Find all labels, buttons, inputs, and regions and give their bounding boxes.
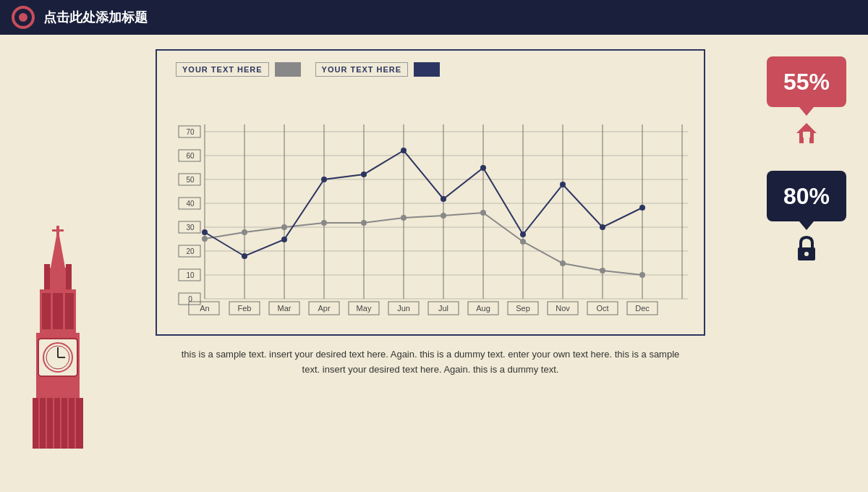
center-content: YOUR TEXT HERE YOUR TEXT HERE 0 10 20 30… [116, 35, 745, 492]
legend-item-2: YOUR TEXT HERE [315, 62, 441, 77]
line-chart: 0 10 20 30 40 50 60 70 [169, 88, 695, 320]
svg-point-107 [520, 232, 526, 237]
logo-icon [12, 6, 35, 29]
legend-item-1: YOUR TEXT HERE [176, 62, 301, 77]
svg-text:An: An [200, 304, 209, 313]
stat-box-2: 80% [767, 171, 846, 221]
svg-point-110 [639, 205, 645, 211]
svg-rect-20 [47, 268, 69, 289]
home-icon [793, 120, 820, 149]
header: 点击此处添加标题 [0, 0, 868, 35]
svg-point-1 [19, 13, 27, 22]
svg-text:Feb: Feb [238, 304, 252, 313]
svg-rect-25 [52, 229, 64, 232]
svg-text:10: 10 [186, 271, 195, 279]
svg-rect-112 [803, 132, 810, 137]
chart-legend: YOUR TEXT HERE YOUR TEXT HERE [169, 62, 692, 77]
svg-point-95 [520, 239, 526, 245]
series1-line [205, 213, 642, 275]
svg-point-105 [441, 196, 446, 202]
stat-badge-2: 80% [763, 171, 850, 268]
svg-point-96 [560, 260, 566, 266]
stat-pointer-2 [799, 221, 814, 230]
svg-rect-7 [61, 398, 67, 449]
svg-point-97 [600, 268, 605, 273]
svg-text:Aug: Aug [476, 304, 490, 313]
stat-badge-1: 55% [763, 56, 850, 149]
svg-text:Nov: Nov [556, 304, 570, 313]
svg-rect-18 [53, 293, 63, 329]
svg-point-101 [281, 237, 287, 242]
svg-text:70: 70 [186, 128, 195, 136]
svg-point-90 [321, 220, 327, 226]
legend-color-1 [275, 62, 301, 77]
stat-value-1: 55% [783, 69, 830, 96]
svg-text:Dec: Dec [635, 304, 650, 313]
svg-rect-8 [69, 398, 75, 449]
svg-point-104 [401, 148, 407, 153]
svg-text:Sep: Sep [516, 304, 530, 313]
svg-rect-9 [76, 398, 83, 449]
svg-rect-19 [65, 293, 74, 329]
svg-text:30: 30 [186, 224, 195, 232]
svg-point-98 [639, 272, 645, 278]
svg-text:Jul: Jul [438, 304, 448, 313]
svg-point-103 [361, 171, 367, 177]
svg-rect-6 [54, 398, 60, 449]
legend-color-2 [414, 62, 440, 77]
svg-point-102 [321, 177, 327, 182]
svg-text:60: 60 [186, 152, 195, 160]
svg-text:50: 50 [186, 176, 195, 184]
bigben-icon [18, 224, 98, 449]
svg-text:Jun: Jun [397, 304, 410, 313]
stat-pointer-1 [799, 107, 814, 116]
svg-point-93 [441, 213, 446, 219]
svg-point-100 [242, 253, 247, 259]
svg-text:Apr: Apr [318, 304, 330, 313]
svg-rect-5 [47, 398, 53, 449]
svg-point-108 [560, 182, 566, 187]
svg-text:40: 40 [186, 200, 195, 208]
svg-text:Oct: Oct [596, 304, 608, 313]
svg-point-87 [202, 236, 208, 242]
right-stats: 55% 80% [745, 35, 868, 492]
left-decoration [0, 35, 116, 492]
svg-rect-21 [44, 264, 50, 289]
svg-point-94 [480, 210, 486, 216]
svg-text:20: 20 [186, 247, 195, 255]
svg-point-99 [202, 229, 208, 235]
legend-label-2: YOUR TEXT HERE [315, 62, 409, 77]
svg-rect-17 [42, 293, 51, 329]
description-text: this is a sample text. insert your desir… [177, 347, 684, 378]
svg-point-88 [242, 229, 247, 235]
svg-text:May: May [357, 304, 372, 313]
svg-rect-3 [33, 398, 38, 449]
svg-point-89 [281, 224, 287, 230]
stat-value-2: 80% [783, 183, 830, 210]
main-content: YOUR TEXT HERE YOUR TEXT HERE 0 10 20 30… [0, 35, 868, 492]
svg-point-106 [480, 165, 486, 171]
page-title[interactable]: 点击此处添加标题 [43, 9, 148, 26]
svg-point-114 [804, 252, 809, 256]
svg-rect-4 [40, 398, 46, 449]
svg-text:Mar: Mar [278, 304, 292, 313]
svg-rect-22 [66, 264, 72, 289]
chart-svg-wrapper: 0 10 20 30 40 50 60 70 [169, 88, 692, 323]
svg-point-109 [600, 224, 605, 230]
svg-point-91 [361, 220, 367, 226]
stat-box-1: 55% [767, 56, 846, 107]
legend-label-1: YOUR TEXT HERE [176, 62, 269, 77]
svg-point-92 [401, 215, 407, 221]
chart-panel: YOUR TEXT HERE YOUR TEXT HERE 0 10 20 30… [156, 49, 705, 336]
lock-icon [793, 234, 820, 268]
